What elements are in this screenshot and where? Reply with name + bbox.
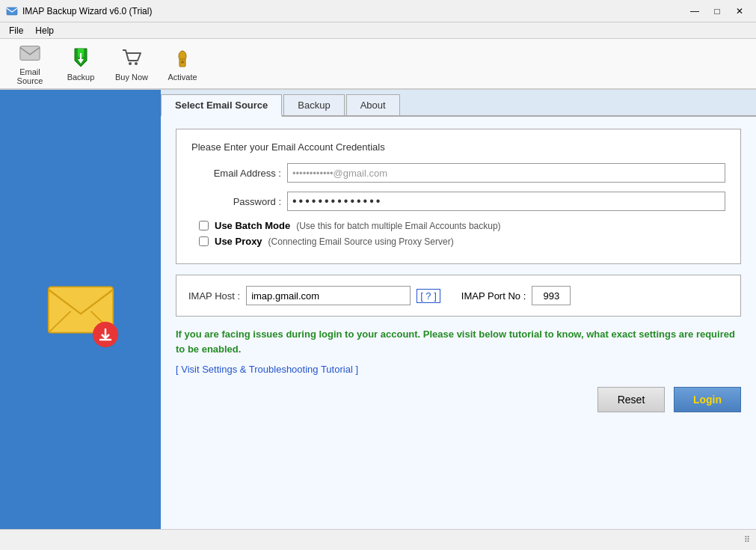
svg-point-7 <box>135 62 138 65</box>
close-button[interactable]: ✕ <box>729 3 750 19</box>
action-buttons: Reset Login <box>176 387 741 412</box>
download-icon <box>98 327 113 342</box>
title-bar: IMAP Backup Wizard v6.0 (Trial) — □ ✕ <box>0 0 756 22</box>
imap-host-input[interactable] <box>246 286 411 305</box>
svg-rect-0 <box>7 7 17 15</box>
credentials-box: Please Enter your Email Account Credenti… <box>176 129 741 264</box>
sidebar <box>0 90 161 529</box>
email-label: Email Address : <box>191 168 281 179</box>
proxy-label: Use Proxy <box>215 236 262 247</box>
imap-host-label: IMAP Host : <box>188 290 240 302</box>
svg-rect-1 <box>20 46 40 61</box>
tutorial-link[interactable]: [ Visit Settings & Troubleshooting Tutor… <box>176 364 741 375</box>
batch-mode-checkbox[interactable] <box>199 221 209 230</box>
password-label: Password : <box>191 196 281 207</box>
menu-file[interactable]: File <box>3 24 29 37</box>
batch-mode-note: (Use this for batch multiple Email Accou… <box>296 221 500 231</box>
status-bar: ⠿ <box>0 529 756 550</box>
toolbar-email-source-label: Email Source <box>6 67 54 85</box>
toolbar: Email Source Backup Buy Now Activate <box>0 39 756 90</box>
toolbar-backup-label: Backup <box>67 73 95 82</box>
imap-box: IMAP Host : [ ? ] IMAP Port No : <box>176 275 741 317</box>
tab-content: Please Enter your Email Account Credenti… <box>161 117 756 424</box>
maximize-button[interactable]: □ <box>707 3 728 19</box>
info-message: If you are facing issues during login to… <box>176 327 741 356</box>
title-bar-text: IMAP Backup Wizard v6.0 (Trial) <box>22 6 684 16</box>
login-button[interactable]: Login <box>674 387 741 412</box>
content-area: Select Email Source Backup About Please … <box>161 90 756 529</box>
minimize-button[interactable]: — <box>684 3 705 19</box>
tab-bar: Select Email Source Backup About <box>161 90 756 117</box>
menu-help[interactable]: Help <box>29 24 60 37</box>
title-bar-controls: — □ ✕ <box>684 3 750 19</box>
toolbar-activate[interactable]: Activate <box>159 42 206 85</box>
tab-backup[interactable]: Backup <box>283 94 344 115</box>
main-layout: Select Email Source Backup About Please … <box>0 90 756 529</box>
toolbar-backup[interactable]: Backup <box>57 42 105 85</box>
activate-icon <box>170 46 194 70</box>
backup-icon <box>69 46 93 70</box>
tab-about[interactable]: About <box>346 94 400 115</box>
password-field-row: Password : <box>191 192 725 211</box>
tab-select-source[interactable]: Select Email Source <box>161 94 282 117</box>
proxy-checkbox[interactable] <box>199 236 209 246</box>
imap-help-button[interactable]: [ ? ] <box>417 289 440 303</box>
imap-row: IMAP Host : [ ? ] IMAP Port No : <box>188 286 728 305</box>
buy-now-icon <box>120 46 144 70</box>
batch-mode-row: Use Batch Mode (Use this for batch multi… <box>191 220 725 231</box>
email-input[interactable] <box>287 163 725 183</box>
imap-port-label: IMAP Port No : <box>461 290 526 302</box>
menu-bar: File Help <box>0 22 756 39</box>
toolbar-buy-now[interactable]: Buy Now <box>108 42 156 85</box>
batch-mode-label: Use Batch Mode <box>215 220 290 231</box>
reset-button[interactable]: Reset <box>597 387 665 412</box>
toolbar-email-source[interactable]: Email Source <box>6 42 54 85</box>
download-badge <box>93 322 118 347</box>
resize-handle: ⠿ <box>744 535 750 545</box>
sidebar-email-icon <box>43 272 118 347</box>
app-icon <box>6 5 18 17</box>
email-field-row: Email Address : <box>191 163 725 183</box>
email-source-icon <box>18 42 42 64</box>
toolbar-activate-label: Activate <box>168 73 197 82</box>
proxy-row: Use Proxy (Connecting Email Source using… <box>191 236 725 247</box>
password-input[interactable] <box>287 192 725 211</box>
toolbar-buy-now-label: Buy Now <box>115 73 148 82</box>
imap-port-input[interactable] <box>532 286 571 305</box>
credentials-title: Please Enter your Email Account Credenti… <box>191 141 725 153</box>
proxy-note: (Connecting Email Source using Proxy Ser… <box>268 236 454 247</box>
svg-point-10 <box>181 61 184 64</box>
svg-point-6 <box>129 62 132 65</box>
